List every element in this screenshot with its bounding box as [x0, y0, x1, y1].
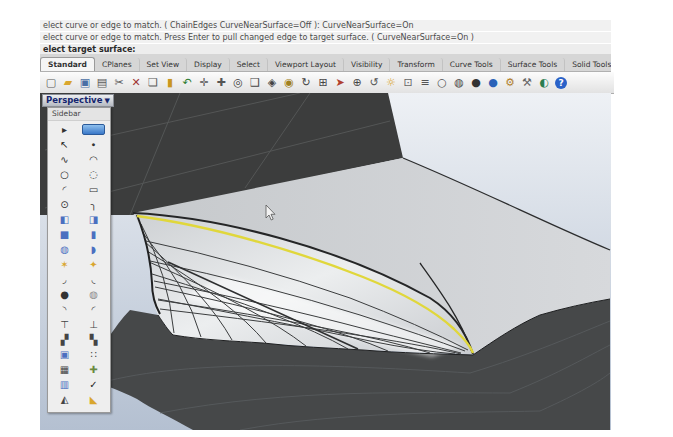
ellipse-tool-icon[interactable]: ◌ [79, 167, 108, 182]
display-rendered-icon[interactable]: ● [468, 75, 484, 91]
tab-curve-tools[interactable]: Curve Tools [443, 58, 501, 71]
tab-cplanes[interactable]: CPlanes [95, 58, 140, 71]
sidebar-title: Sidebar [48, 108, 110, 121]
tab-bar: StandardCPlanesSet ViewDisplaySelectView… [40, 54, 611, 72]
tools-icon[interactable]: ⚒ [519, 75, 535, 91]
tab-viewport-layout[interactable]: Viewport Layout [268, 58, 344, 71]
corner-trim-tool-icon[interactable]: ◟ [79, 272, 108, 287]
layers-icon[interactable]: ≡ [417, 75, 433, 91]
display-raytraced-icon[interactable]: ● [485, 75, 501, 91]
tab-transform[interactable]: Transform [390, 58, 442, 71]
display-shaded-icon[interactable]: ◍ [451, 75, 467, 91]
command-line: elect curve or edge to match. ( ChainEdg… [40, 20, 611, 32]
copy-icon[interactable]: ❏ [145, 75, 161, 91]
options-icon[interactable]: ⚙ [502, 75, 518, 91]
split-tool-icon[interactable]: ⊥ [79, 317, 108, 332]
world-globe-icon[interactable]: ◐ [536, 75, 552, 91]
command-line: elect curve or edge to match. Press Ente… [40, 32, 611, 44]
tab-visibility[interactable]: Visibility [344, 58, 390, 71]
analyze-light-icon[interactable]: ☼ [383, 75, 399, 91]
command-area[interactable]: elect curve or edge to match. ( ChainEdg… [40, 20, 611, 54]
screenshot-stage: elect curve or edge to match. ( ChainEdg… [0, 0, 673, 437]
blend-curve-tool-icon[interactable]: ◝ [50, 302, 79, 317]
shapes-tool-icon[interactable]: ◭ [50, 392, 79, 407]
cut-icon[interactable]: ✂ [111, 75, 127, 91]
extend-tool-icon[interactable]: ◞ [50, 272, 79, 287]
rotate-view-icon[interactable]: ↻ [298, 75, 314, 91]
explode-tool-icon[interactable]: ✶ [50, 257, 79, 272]
object-snap-icon[interactable]: ⊕ [349, 75, 365, 91]
viewport-dropdown-icon[interactable]: ▼ [104, 97, 109, 105]
toolbar: ▢▰▣▤✂✕❏▮↶✛✚◎❑◈◉↻⊞➤⊕↺☼⊡≡○◍●●⚙⚒◐? [40, 72, 614, 94]
cone-tool-icon[interactable]: ◣ [79, 392, 108, 407]
point-circle-tool-icon[interactable]: ⊙ [50, 197, 79, 212]
shaded-sphere-tool-icon[interactable]: ◍ [79, 287, 108, 302]
arc-tool-icon[interactable]: ◜ [50, 182, 79, 197]
record-history-icon[interactable]: ↺ [366, 75, 382, 91]
perspective-viewport[interactable]: Perspective▼ Sidebar ▸↖∙∿◠○◌◜▭⊙╮◧◨■▮◍◗✶✦… [40, 93, 611, 430]
interpolate-curve-tool-icon[interactable]: ◠ [79, 152, 108, 167]
rectangle-tool-icon[interactable]: ▭ [79, 182, 108, 197]
insert-tool-icon[interactable]: ✚ [79, 362, 108, 377]
open-file-icon[interactable]: ▰ [60, 75, 76, 91]
group-tool-icon[interactable]: ▞ [50, 332, 79, 347]
tab-surface-tools[interactable]: Surface Tools [501, 58, 565, 71]
trim-tool-icon[interactable]: ⊤ [50, 317, 79, 332]
ungroup-tool-icon[interactable]: ▚ [79, 332, 108, 347]
zoom-extents-icon[interactable]: ◈ [264, 75, 280, 91]
pan-icon[interactable]: ✛ [196, 75, 212, 91]
lock-icon[interactable]: ⊡ [400, 75, 416, 91]
single-point-tool-icon[interactable]: ∙ [79, 137, 108, 152]
circle-tool-icon[interactable]: ○ [50, 167, 79, 182]
viewport-title-label: Perspective [46, 95, 102, 105]
surface-3pt-tool-icon[interactable]: ◧ [50, 212, 79, 227]
viewport-layout-icon[interactable]: ⊞ [315, 75, 331, 91]
array-tool-icon[interactable]: ∷ [79, 347, 108, 362]
viewport-canvas[interactable] [40, 93, 611, 430]
viewport-title[interactable]: Perspective▼ [42, 94, 114, 107]
paste-icon[interactable]: ▮ [162, 75, 178, 91]
boolean-union-tool-icon[interactable]: ▣ [50, 347, 79, 362]
tab-solid-tools[interactable]: Solid Tools [565, 58, 611, 71]
tab-standard[interactable]: Standard [40, 57, 95, 71]
check-tool-icon[interactable]: ✓ [79, 377, 108, 392]
torus-tool-icon[interactable]: ◍ [50, 242, 79, 257]
new-file-icon[interactable]: ▢ [43, 75, 59, 91]
fillet-surface-tool-icon[interactable]: ✦ [79, 257, 108, 272]
palette-grip-icon[interactable]: ▸ [50, 122, 79, 137]
pipe-tool-icon[interactable]: ◗ [79, 242, 108, 257]
cylinder-tool-icon[interactable]: ▮ [79, 227, 108, 242]
zoom-selected-icon[interactable]: ◉ [281, 75, 297, 91]
gumball-icon[interactable]: ➤ [332, 75, 348, 91]
block-tool-icon[interactable]: ▦ [50, 362, 79, 377]
box-tool-icon[interactable]: ■ [50, 227, 79, 242]
delete-icon[interactable]: ✕ [128, 75, 144, 91]
polyline-corner-tool-icon[interactable]: ╮ [79, 197, 108, 212]
control-point-curve-tool-icon[interactable]: ∿ [50, 152, 79, 167]
zoom-window-icon[interactable]: ❑ [247, 75, 263, 91]
select-tool-icon[interactable]: ↖ [50, 137, 79, 152]
tab-set-view[interactable]: Set View [140, 58, 188, 71]
save-file-icon[interactable]: ▣ [77, 75, 93, 91]
help-icon[interactable]: ? [555, 77, 567, 89]
sidebar-palette[interactable]: Sidebar ▸↖∙∿◠○◌◜▭⊙╮◧◨■▮◍◗✶✦◞◟●◍◝◜⊤⊥▞▚▣∷▦… [47, 107, 111, 413]
active-tool-highlight-icon[interactable] [82, 124, 105, 135]
print-icon[interactable]: ▤ [94, 75, 110, 91]
display-wireframe-icon[interactable]: ○ [434, 75, 450, 91]
tab-select[interactable]: Select [230, 58, 268, 71]
move-icon[interactable]: ✚ [213, 75, 229, 91]
tab-display[interactable]: Display [187, 58, 230, 71]
sidebar-tool-grid: ▸↖∙∿◠○◌◜▭⊙╮◧◨■▮◍◗✶✦◞◟●◍◝◜⊤⊥▞▚▣∷▦✚▥✓◭◣ [48, 121, 110, 408]
undo-icon[interactable]: ↶ [179, 75, 195, 91]
adjustable-blend-tool-icon[interactable]: ◜ [79, 302, 108, 317]
rhino-app-window: elect curve or edge to match. ( ChainEdg… [40, 20, 611, 430]
surface-corner-tool-icon[interactable]: ◨ [79, 212, 108, 227]
notebook-tool-icon[interactable]: ▥ [50, 377, 79, 392]
zoom-dynamic-icon[interactable]: ◎ [230, 75, 246, 91]
sphere-tool-icon[interactable]: ● [50, 287, 79, 302]
